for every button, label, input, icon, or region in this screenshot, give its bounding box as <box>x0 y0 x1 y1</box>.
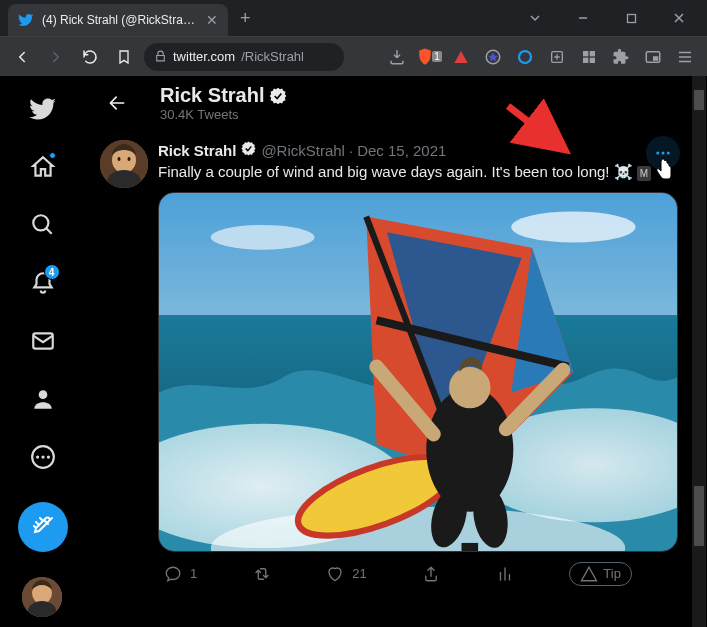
new-tab-button[interactable]: + <box>240 8 251 29</box>
twitter-sidebar: 4 <box>0 76 85 627</box>
pip-icon[interactable] <box>639 43 667 71</box>
tweet-count: 30.4K Tweets <box>160 107 288 122</box>
svg-point-40 <box>449 366 490 407</box>
messages-icon[interactable] <box>18 316 68 366</box>
page-content: 4 Rick Strahl <box>0 76 707 627</box>
window-dropdown-icon[interactable] <box>515 3 555 33</box>
tweet-author-handle[interactable]: @RickStrahl <box>261 142 345 159</box>
svg-rect-6 <box>583 57 588 62</box>
svg-point-23 <box>118 157 121 161</box>
svg-point-12 <box>38 390 47 399</box>
svg-point-24 <box>128 157 131 161</box>
tip-button[interactable]: Tip <box>569 562 632 586</box>
shield-count: 1 <box>432 51 442 62</box>
address-bar[interactable]: twitter.com/RickStrahl <box>144 43 344 71</box>
extensions-puzzle-icon[interactable] <box>607 43 635 71</box>
home-dot-icon <box>49 152 56 159</box>
home-icon[interactable] <box>18 142 68 192</box>
window-maximize-icon[interactable] <box>611 3 651 33</box>
like-button[interactable]: 21 <box>326 562 366 586</box>
svg-point-29 <box>511 211 635 242</box>
analytics-button[interactable] <box>496 562 514 586</box>
window-titlebar: (4) Rick Strahl (@RickStrahl) / Twi ✕ + <box>0 0 707 36</box>
svg-point-16 <box>46 455 49 458</box>
tweet-text: Finally a couple of wind and big wave da… <box>158 162 678 182</box>
retweet-button[interactable] <box>253 562 271 586</box>
tweet-more-button[interactable] <box>646 136 680 170</box>
reply-button[interactable]: 1 <box>164 562 197 586</box>
svg-rect-5 <box>590 51 595 56</box>
svg-rect-43 <box>462 542 479 550</box>
tweet-author-name[interactable]: Rick Strahl <box>158 142 236 159</box>
window-minimize-icon[interactable] <box>563 3 603 33</box>
brave-triangle-icon[interactable] <box>447 43 475 71</box>
account-avatar[interactable] <box>22 577 62 617</box>
tweet-date[interactable]: Dec 15, 2021 <box>357 142 446 159</box>
tweet-media[interactable] <box>158 192 678 552</box>
tab-title: (4) Rick Strahl (@RickStrahl) / Twi <box>42 13 198 27</box>
svg-point-14 <box>35 455 38 458</box>
twitter-logo-icon[interactable] <box>18 84 68 134</box>
svg-point-2 <box>519 51 531 63</box>
notifications-icon[interactable]: 4 <box>18 258 68 308</box>
svg-rect-0 <box>627 14 635 22</box>
profile-icon[interactable] <box>18 374 68 424</box>
svg-point-15 <box>41 455 44 458</box>
window-controls <box>515 3 707 33</box>
svg-rect-4 <box>583 51 588 56</box>
menu-icon[interactable] <box>671 43 699 71</box>
scrollbar-up-icon[interactable] <box>694 90 704 110</box>
twitter-favicon-icon <box>18 12 34 28</box>
more-menu-icon[interactable] <box>18 432 68 482</box>
profile-header: Rick Strahl 30.4K Tweets <box>86 76 692 130</box>
profile-name: Rick Strahl <box>160 84 264 107</box>
url-host: twitter.com <box>173 49 235 64</box>
tweet-header: Rick Strahl @RickStrahl · Dec 15, 2021 <box>158 140 678 160</box>
bookmark-button[interactable] <box>110 43 138 71</box>
scrollbar-thumb[interactable] <box>694 486 704 546</box>
tweet: Rick Strahl @RickStrahl · Dec 15, 2021 F… <box>86 130 692 596</box>
lock-icon <box>154 50 167 63</box>
verified-badge-icon <box>240 140 257 160</box>
extension-icon-2[interactable] <box>543 43 571 71</box>
brave-shield-icon[interactable]: 1 <box>415 43 443 71</box>
svg-rect-9 <box>653 56 658 61</box>
install-app-icon[interactable] <box>383 43 411 71</box>
like-count: 21 <box>352 566 366 581</box>
scrollbar[interactable] <box>692 76 706 627</box>
tweet-separator: · <box>349 142 353 159</box>
mute-badge: M <box>637 166 651 181</box>
tweet-actions: 1 21 <box>158 562 638 586</box>
reply-count: 1 <box>190 566 197 581</box>
notification-badge: 4 <box>44 264 60 280</box>
search-icon[interactable] <box>18 200 68 250</box>
compose-tweet-button[interactable] <box>18 502 68 552</box>
back-arrow-icon[interactable] <box>100 86 134 120</box>
browser-toolbar: twitter.com/RickStrahl 1 <box>0 36 707 76</box>
url-path: /RickStrahl <box>241 49 304 64</box>
svg-point-25 <box>656 152 659 155</box>
verified-badge-icon <box>268 86 288 106</box>
tweet-author-avatar[interactable] <box>100 140 148 188</box>
svg-point-10 <box>33 215 48 230</box>
svg-rect-7 <box>590 57 595 62</box>
extension-icon-3[interactable] <box>575 43 603 71</box>
reload-button[interactable] <box>76 43 104 71</box>
svg-point-27 <box>667 152 670 155</box>
svg-point-26 <box>662 152 665 155</box>
svg-point-30 <box>211 224 315 249</box>
tab-close-icon[interactable]: ✕ <box>206 12 218 28</box>
nav-forward-button[interactable] <box>42 43 70 71</box>
nav-back-button[interactable] <box>8 43 36 71</box>
main-column: Rick Strahl 30.4K Tweets Rick Strahl @Ri… <box>85 76 707 627</box>
share-button[interactable] <box>422 562 440 586</box>
browser-tab[interactable]: (4) Rick Strahl (@RickStrahl) / Twi ✕ <box>8 4 228 36</box>
window-close-icon[interactable] <box>659 3 699 33</box>
extension-icon-1[interactable] <box>511 43 539 71</box>
tip-label: Tip <box>603 566 621 581</box>
brave-rewards-icon[interactable] <box>479 43 507 71</box>
